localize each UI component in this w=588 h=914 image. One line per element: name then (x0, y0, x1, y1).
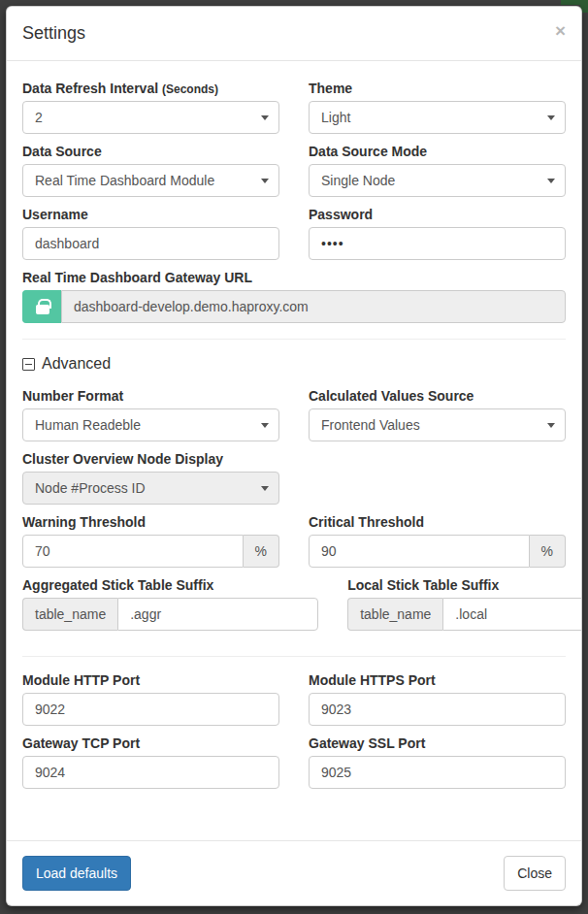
close-icon[interactable]: × (555, 21, 566, 40)
modal-body: Data Refresh Interval (Seconds) 2 Theme … (7, 61, 581, 840)
warning-threshold-input[interactable] (22, 535, 244, 568)
data-source-mode-select[interactable]: Single Node (309, 164, 566, 197)
field-aggregated-suffix: Aggregated Stick Table Suffix table_name (22, 577, 318, 631)
data-source-mode-label: Data Source Mode (309, 144, 566, 159)
field-calculated-values-source: Calculated Values Source Frontend Values (309, 388, 566, 441)
chevron-down-icon (547, 115, 555, 120)
field-module-http-port: Module HTTP Port (22, 672, 279, 726)
local-suffix-label: Local Stick Table Suffix (347, 577, 581, 593)
lock-icon (22, 290, 61, 323)
aggregated-suffix-input[interactable] (117, 598, 318, 631)
field-number-format: Number Format Human Readeble (22, 388, 279, 441)
field-gateway-url: Real Time Dashboard Gateway URL (22, 270, 566, 323)
gateway-url-label: Real Time Dashboard Gateway URL (22, 270, 566, 285)
field-refresh-interval: Data Refresh Interval (Seconds) 2 (22, 81, 279, 134)
advanced-toggle-label: Advanced (42, 355, 111, 373)
theme-select[interactable]: Light (309, 101, 566, 134)
chevron-down-icon (547, 423, 555, 428)
local-suffix-input[interactable] (442, 598, 581, 631)
module-http-port-label: Module HTTP Port (22, 672, 279, 688)
number-format-select[interactable]: Human Readeble (22, 408, 279, 441)
module-https-port-label: Module HTTPS Port (309, 672, 566, 688)
field-gateway-ssl-port: Gateway SSL Port (309, 735, 566, 789)
percent-addon: % (244, 535, 279, 568)
cluster-overview-node-display-label: Cluster Overview Node Display (22, 451, 279, 467)
password-label: Password (309, 207, 566, 222)
critical-threshold-label: Critical Threshold (309, 514, 566, 530)
refresh-interval-select[interactable]: 2 (22, 101, 279, 134)
modal-header: Settings × (7, 7, 581, 61)
section-divider (22, 656, 566, 657)
chevron-down-icon (547, 179, 555, 183)
username-input[interactable] (22, 227, 279, 260)
chevron-down-icon (261, 423, 269, 428)
table-name-addon: table_name (22, 598, 117, 631)
critical-threshold-input[interactable] (309, 535, 530, 568)
load-defaults-button[interactable]: Load defaults (22, 856, 131, 891)
field-password: Password (309, 207, 566, 260)
field-module-https-port: Module HTTPS Port (309, 672, 566, 726)
field-gateway-tcp-port: Gateway TCP Port (22, 735, 279, 789)
gateway-ssl-port-input[interactable] (309, 756, 566, 789)
field-warning-threshold: Warning Threshold % (22, 514, 279, 568)
password-input[interactable] (309, 227, 566, 260)
settings-modal: Settings × Data Refresh Interval (Second… (6, 6, 582, 906)
chevron-down-icon (261, 486, 269, 491)
field-local-suffix: Local Stick Table Suffix table_name (347, 577, 581, 631)
gateway-tcp-port-input[interactable] (22, 756, 279, 789)
aggregated-suffix-label: Aggregated Stick Table Suffix (22, 577, 318, 593)
theme-label: Theme (309, 81, 566, 96)
table-name-addon: table_name (347, 598, 442, 631)
gateway-ssl-port-label: Gateway SSL Port (309, 735, 566, 751)
cluster-overview-node-display-select: Node #Process ID (22, 472, 279, 505)
collapse-minus-icon (22, 358, 35, 371)
modal-title: Settings (22, 21, 85, 46)
field-cluster-overview-node-display: Cluster Overview Node Display Node #Proc… (22, 451, 279, 505)
section-divider (22, 339, 566, 340)
advanced-collapse-toggle[interactable]: Advanced (22, 355, 566, 373)
calculated-values-source-label: Calculated Values Source (309, 388, 566, 404)
number-format-label: Number Format (22, 388, 279, 404)
modal-footer: Load defaults Close (7, 840, 581, 905)
percent-addon: % (530, 535, 566, 568)
gateway-url-input (61, 290, 566, 323)
field-theme: Theme Light (309, 81, 566, 134)
chevron-down-icon (261, 115, 269, 120)
warning-threshold-label: Warning Threshold (22, 514, 279, 530)
data-source-label: Data Source (22, 144, 279, 159)
gateway-tcp-port-label: Gateway TCP Port (22, 735, 279, 751)
username-label: Username (22, 207, 279, 222)
field-username: Username (22, 207, 279, 260)
data-source-select[interactable]: Real Time Dashboard Module (22, 164, 279, 197)
field-data-source: Data Source Real Time Dashboard Module (22, 144, 279, 197)
refresh-interval-unit-note: (Seconds) (162, 82, 218, 96)
refresh-interval-label: Data Refresh Interval (Seconds) (22, 81, 279, 96)
module-https-port-input[interactable] (309, 693, 566, 726)
module-http-port-input[interactable] (22, 693, 279, 726)
field-critical-threshold: Critical Threshold % (309, 514, 566, 568)
close-button[interactable]: Close (504, 856, 566, 891)
chevron-down-icon (261, 179, 269, 183)
calculated-values-source-select[interactable]: Frontend Values (309, 408, 566, 441)
field-data-source-mode: Data Source Mode Single Node (309, 144, 566, 197)
